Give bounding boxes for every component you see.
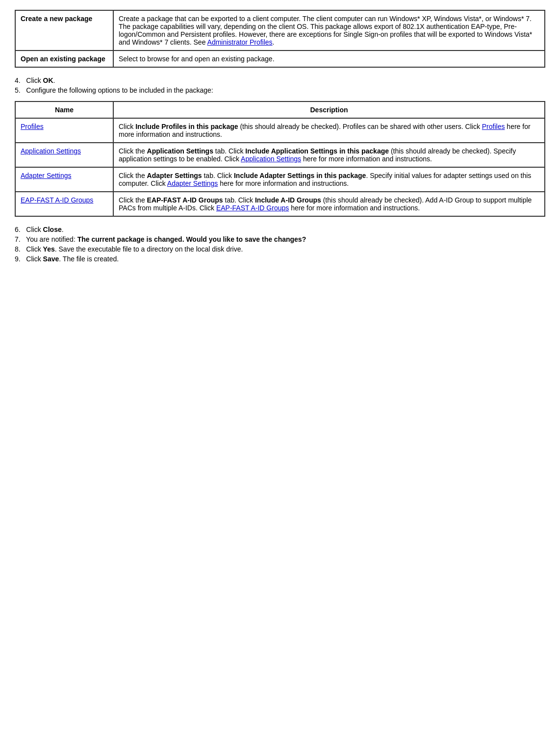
step-4-number: 4. bbox=[15, 76, 24, 84]
eap-fast-row: EAP-FAST A-ID Groups Click the EAP-FAST … bbox=[15, 192, 545, 216]
create-package-cell: Create a new package bbox=[15, 10, 113, 51]
adapter-settings-row: Adapter Settings Click the Adapter Setti… bbox=[15, 167, 545, 192]
adapter-settings-bold-1: Adapter Settings bbox=[147, 172, 202, 179]
adapter-settings-desc-cell: Click the Adapter Settings tab. Click In… bbox=[113, 167, 545, 192]
step-4-text: Click OK. bbox=[26, 76, 55, 84]
options-table: Name Description Profiles Click Include … bbox=[15, 101, 545, 217]
step-9-bold: Save bbox=[43, 255, 59, 263]
profiles-name-cell: Profiles bbox=[15, 118, 113, 143]
app-settings-inline-link[interactable]: Application Settings bbox=[241, 155, 301, 163]
step-7-text: You are notified: The current package is… bbox=[26, 235, 306, 243]
app-settings-name-cell: Application Settings bbox=[15, 143, 113, 167]
app-settings-bold-2: Include Application Settings in this pac… bbox=[245, 147, 389, 155]
profiles-desc-cell: Click Include Profiles in this package (… bbox=[113, 118, 545, 143]
open-package-cell: Open an existing package bbox=[15, 51, 113, 67]
adapter-settings-name-cell: Adapter Settings bbox=[15, 167, 113, 192]
adapter-settings-bold-2: Include Adapter Settings in this package bbox=[234, 172, 366, 179]
app-settings-link[interactable]: Application Settings bbox=[21, 147, 81, 155]
step-8-bold: Yes bbox=[43, 245, 55, 253]
bottom-steps: 6. Click Close. 7. You are notified: The… bbox=[15, 226, 545, 263]
step-6-number: 6. bbox=[15, 226, 24, 233]
adapter-settings-inline-link[interactable]: Adapter Settings bbox=[167, 179, 218, 187]
eap-fast-name-cell: EAP-FAST A-ID Groups bbox=[15, 192, 113, 216]
step-6-bold: Close bbox=[43, 226, 62, 233]
table-row: Create a new package Create a package th… bbox=[15, 10, 545, 51]
profiles-inline-link[interactable]: Profiles bbox=[482, 123, 505, 130]
step-9-number: 9. bbox=[15, 255, 24, 263]
app-settings-desc-cell: Click the Application Settings tab. Clic… bbox=[113, 143, 545, 167]
step-8-text: Click Yes. Save the executable file to a… bbox=[26, 245, 243, 253]
step-5: 5. Configure the following options to be… bbox=[15, 86, 545, 94]
step-4: 4. Click OK. bbox=[15, 76, 545, 84]
step-8-number: 8. bbox=[15, 245, 24, 253]
step-9-text: Click Save. The file is created. bbox=[26, 255, 119, 263]
step-4-bold: OK bbox=[43, 76, 53, 84]
step-7-bold: The current package is changed. Would yo… bbox=[77, 235, 306, 243]
adapter-settings-link[interactable]: Adapter Settings bbox=[21, 172, 72, 179]
create-package-desc: Create a package that can be exported to… bbox=[113, 10, 545, 51]
profiles-bold-1: Include Profiles in this package bbox=[135, 123, 238, 130]
administrator-profiles-link[interactable]: Administrator Profiles bbox=[207, 38, 273, 46]
name-header: Name bbox=[15, 101, 113, 118]
step-7: 7. You are notified: The current package… bbox=[15, 235, 545, 243]
step-6: 6. Click Close. bbox=[15, 226, 545, 233]
step-5-text: Configure the following options to be in… bbox=[26, 86, 213, 94]
step-7-number: 7. bbox=[15, 235, 24, 243]
description-header: Description bbox=[113, 101, 545, 118]
eap-fast-link[interactable]: EAP-FAST A-ID Groups bbox=[21, 196, 93, 204]
step-6-text: Click Close. bbox=[26, 226, 63, 233]
step-5-number: 5. bbox=[15, 86, 24, 94]
profiles-link[interactable]: Profiles bbox=[21, 123, 44, 130]
profiles-row: Profiles Click Include Profiles in this … bbox=[15, 118, 545, 143]
eap-fast-bold-2: Include A-ID Groups bbox=[255, 196, 321, 204]
eap-fast-bold-1: EAP-FAST A-ID Groups bbox=[147, 196, 223, 204]
step-9: 9. Click Save. The file is created. bbox=[15, 255, 545, 263]
table-row: Open an existing package Select to brows… bbox=[15, 51, 545, 67]
app-settings-bold-1: Application Settings bbox=[147, 147, 213, 155]
top-table: Create a new package Create a package th… bbox=[15, 10, 545, 68]
app-settings-row: Application Settings Click the Applicati… bbox=[15, 143, 545, 167]
eap-fast-desc-cell: Click the EAP-FAST A-ID Groups tab. Clic… bbox=[113, 192, 545, 216]
eap-fast-inline-link[interactable]: EAP-FAST A-ID Groups bbox=[216, 204, 289, 212]
options-header-row: Name Description bbox=[15, 101, 545, 118]
create-package-label: Create a new package bbox=[21, 15, 92, 23]
open-package-desc: Select to browse for and open an existin… bbox=[113, 51, 545, 67]
open-package-label: Open an existing package bbox=[21, 55, 105, 63]
step-8: 8. Click Yes. Save the executable file t… bbox=[15, 245, 545, 253]
